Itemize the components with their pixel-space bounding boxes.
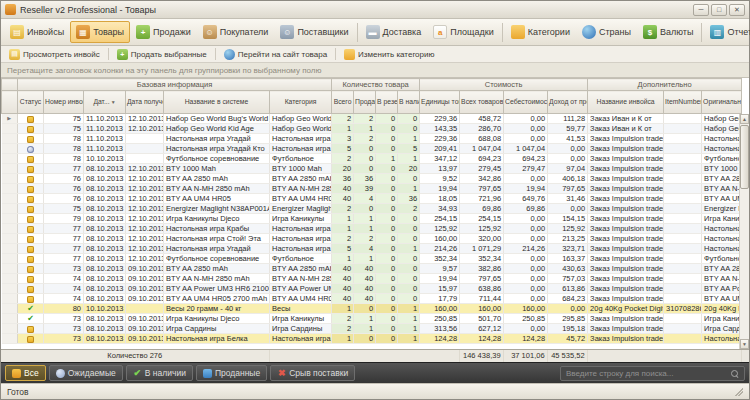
scroll-down-icon[interactable]: ▼ <box>740 339 749 349</box>
toolbar-tab-buyers[interactable]: Покупатели <box>197 21 275 43</box>
grid-col-header[interactable]: Дат...▼ <box>84 91 126 114</box>
status-cell <box>18 214 44 224</box>
action-view-invoice-button[interactable]: Просмотреть инвойс <box>5 47 104 62</box>
table-row[interactable]: ✔7308.10.201309.10.2013Игра Каникулы Dje… <box>2 314 742 324</box>
scrollbar-track[interactable] <box>740 124 749 339</box>
toolbar-tab-delivery[interactable]: Доставка <box>360 21 428 43</box>
close-button[interactable]: ✕ <box>729 4 745 16</box>
filter-sold-button[interactable]: Проданные <box>196 365 267 381</box>
cell: 09.10.2013 <box>126 334 164 344</box>
cell: 0 <box>376 124 398 134</box>
table-row[interactable]: 7811.10.2013Настольная игра Угадай КтоНа… <box>2 144 742 154</box>
cell: BTY AA N-MH 2850 mAh <box>164 184 270 194</box>
filter-instock-button[interactable]: В наличии <box>126 365 193 381</box>
toolbar-tab-sales[interactable]: Продажи <box>130 21 197 43</box>
grid-col-header[interactable]: В наличии <box>398 91 420 114</box>
grid-col-header[interactable]: ItemNumber(SKU) <box>664 91 702 114</box>
search-box[interactable] <box>560 366 745 381</box>
table-row[interactable]: 7608.10.201312.10.2013BTY AA UM4 HR05BTY… <box>2 194 742 204</box>
table-row[interactable]: 7408.10.201309.10.2013BTY AA N-MH 2850 m… <box>2 274 742 284</box>
cell: BTY AA 2850 m <box>702 174 742 184</box>
cell: 4 <box>354 244 376 254</box>
scroll-up-icon[interactable]: ▲ <box>740 114 749 124</box>
toolbar-tab-countries[interactable]: Страны <box>576 21 637 43</box>
cell: 160,00 <box>420 234 460 244</box>
cell: 73 <box>44 334 84 344</box>
filter-expected-button[interactable]: Ожидаемые <box>49 365 123 381</box>
action-sell-selected-button[interactable]: Продать выбранные <box>113 47 211 62</box>
cell: 613,86 <box>548 284 588 294</box>
grid-col-header[interactable]: Себестоимость остатка <box>504 91 548 114</box>
grid-group-header[interactable]: Стоимость <box>420 79 588 91</box>
filter-failed-button[interactable]: Срыв поставки <box>270 365 355 381</box>
grid-col-header[interactable]: Всех товаров, UAH <box>460 91 504 114</box>
grid-col-header[interactable]: Номер инвойса <box>44 91 84 114</box>
table-row[interactable]: ▶7511.10.201312.10.2013Набор Geo World B… <box>2 114 742 124</box>
filter-all-button[interactable]: Все <box>5 365 46 381</box>
table-row[interactable]: 7708.10.201312.10.2013Настольная игра Уг… <box>2 244 742 254</box>
grid-col-header[interactable]: Оригинальное... <box>702 91 742 114</box>
grid-col-header[interactable]: Единицы товара, UAH <box>420 91 460 114</box>
table-row[interactable]: 7508.10.201312.10.2013Energizer Maglight… <box>2 204 742 214</box>
cell: 111,28 <box>548 114 588 124</box>
table-row[interactable]: 7608.10.201312.10.2013BTY AA N-MH 2850 m… <box>2 184 742 194</box>
cell: 18,05 <box>420 194 460 204</box>
cell: 11.10.2013 <box>84 124 126 134</box>
resize-grip[interactable] <box>734 387 743 396</box>
toolbar-tab-invoices[interactable]: Инвойсы <box>4 21 70 43</box>
cell: 1 <box>398 184 420 194</box>
cell: 08.10.2013 <box>84 224 126 234</box>
action-change-category-button[interactable]: Изменить категорию <box>340 47 438 62</box>
group-by-panel[interactable]: Перетащите заголовок колонки на эту пане… <box>1 63 749 78</box>
row-indicator <box>2 284 18 294</box>
grid-col-header[interactable]: Название в системе <box>164 91 270 114</box>
table-row[interactable]: 7308.10.201309.10.2013BTY AA 2850 mAhBTY… <box>2 264 742 274</box>
minimize-button[interactable]: ─ <box>693 4 709 16</box>
toolbar-tab-reports[interactable]: Отчеты <box>704 21 750 43</box>
cell: Игра Сардины <box>702 324 742 334</box>
table-row[interactable]: 7810.10.2013Футбольное соревнованиеФутбо… <box>2 154 742 164</box>
table-row[interactable]: 7708.10.201312.10.2013Футбольное соревно… <box>2 254 742 264</box>
grid-group-header[interactable]: Количество товара <box>332 79 420 91</box>
table-row[interactable]: 7511.10.201312.10.2013Набор Geo World Ki… <box>2 124 742 134</box>
toolbar-tab-suppliers[interactable]: Поставщики <box>274 21 354 43</box>
grid-col-header[interactable]: Статус <box>18 91 44 114</box>
cell: 12.10.2013 <box>126 244 164 254</box>
cell: 229,36 <box>420 134 460 144</box>
cell: Настольная иг <box>702 144 742 154</box>
grid-col-header[interactable]: Доход от продаж <box>548 91 588 114</box>
table-row[interactable]: 7308.10.201309.10.2013Игра СардиныИгра С… <box>2 324 742 334</box>
maximize-button[interactable]: □ <box>711 4 727 16</box>
table-row[interactable]: ✔8010.10.2013Весы 20 грамм - 40 кгВесы10… <box>2 304 742 314</box>
action-goto-product-site-button[interactable]: Перейти на сайт товара <box>220 47 331 62</box>
cell: BTY 1000 Mah <box>164 164 270 174</box>
cell: 2 <box>332 114 354 124</box>
table-row[interactable]: 7608.10.201312.10.2013BTY AA 2850 mAhBTY… <box>2 174 742 184</box>
grid-col-header[interactable]: Всего <box>332 91 354 114</box>
table-row[interactable]: 7308.10.201309.10.2013Настольная игра Бе… <box>2 334 742 344</box>
vertical-scrollbar[interactable]: ▲ ▼ <box>739 114 749 349</box>
table-row[interactable]: 7811.10.2013Настольная игра УгадайНастол… <box>2 134 742 144</box>
table-row[interactable]: 7708.10.201312.10.2013Настольная игра Кр… <box>2 224 742 234</box>
grid-group-header[interactable]: Базовая информация <box>18 79 332 91</box>
table-row[interactable]: 7708.10.201312.10.2013BTY 1000 MahBTY 10… <box>2 164 742 174</box>
table-row[interactable]: 7708.10.201312.10.2013Настольная игра Ст… <box>2 234 742 244</box>
toolbar-tab-currencies[interactable]: Валюты <box>637 21 699 43</box>
table-row[interactable]: 7908.10.201312.10.2013Игра Каникулы Djec… <box>2 214 742 224</box>
grid-group-header[interactable]: Дополнительно <box>588 79 742 91</box>
toolbar-tab-categories[interactable]: Категории <box>505 21 576 43</box>
grid-col-header[interactable]: Название инвойса <box>588 91 664 114</box>
cell <box>664 184 702 194</box>
grid-col-header[interactable]: В резерве <box>376 91 398 114</box>
status-cell <box>18 184 44 194</box>
search-input[interactable] <box>566 369 727 378</box>
app-icon <box>5 4 16 15</box>
table-row[interactable]: 7408.10.201309.10.2013BTY AA UM4 HR05 27… <box>2 294 742 304</box>
toolbar-tab-products[interactable]: Товары <box>70 21 130 43</box>
grid-col-header[interactable]: Дата получения <box>126 91 164 114</box>
grid-col-header[interactable]: Категория <box>270 91 332 114</box>
scrollbar-thumb[interactable] <box>740 125 749 189</box>
table-row[interactable]: 7408.10.201309.10.2013BTY AA Power UM3 H… <box>2 284 742 294</box>
grid-col-header[interactable]: Продано <box>354 91 376 114</box>
toolbar-tab-marketplaces[interactable]: Площадки <box>427 21 499 43</box>
